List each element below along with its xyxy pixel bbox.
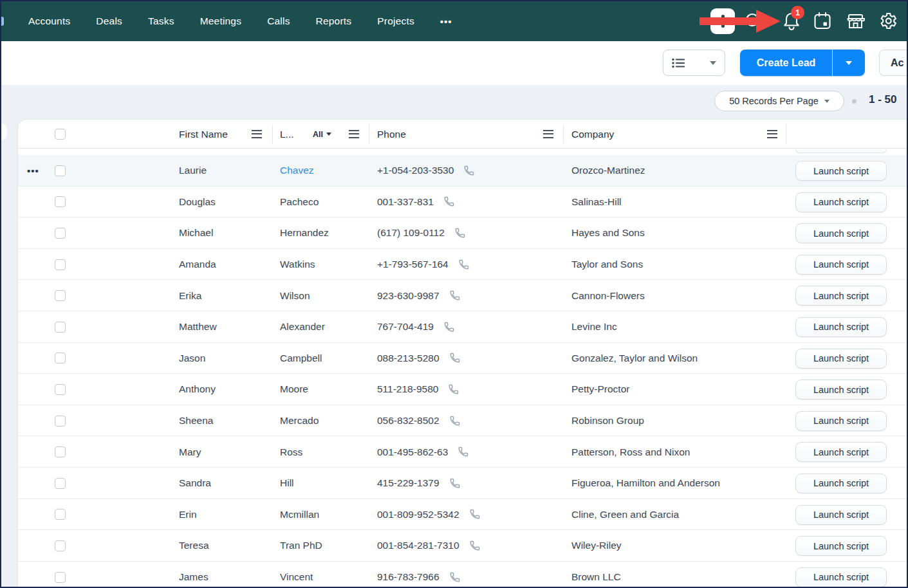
first-name-header[interactable]: First Name [179,120,228,149]
last-name-column-menu-icon[interactable] [349,130,359,138]
call-phone-icon[interactable] [457,446,469,458]
last-name-text[interactable]: Campbell [280,353,322,364]
tab-reports[interactable]: Reports [316,15,352,27]
launch-script-button[interactable]: Launch script [795,192,887,212]
column-divider [786,125,786,143]
last-name-text[interactable]: Watkins [280,259,315,270]
launch-script-button[interactable]: Launch script [795,380,887,400]
launch-script-button[interactable]: Launch script [795,255,887,275]
row-checkbox[interactable] [55,572,66,583]
cell-last-name: Hill [280,468,294,499]
select-all-checkbox[interactable] [55,129,66,140]
cell-first-name: Erika [179,280,201,311]
last-name-text[interactable]: Mcmillan [280,509,319,520]
row-options-button[interactable]: ••• [27,155,39,187]
tab-tasks[interactable]: Tasks [148,15,174,27]
cell-last-name: Chavez [280,155,314,187]
row-checkbox[interactable] [55,228,66,239]
call-phone-icon[interactable] [458,259,470,271]
call-phone-icon[interactable] [468,508,481,520]
last-name-text[interactable]: Chavez [280,165,314,176]
cell-company: Hayes and Sons [571,217,645,249]
launch-script-button[interactable]: Launch script [795,473,887,493]
launch-script-button[interactable]: Launch script [795,442,887,462]
launch-script-button[interactable]: Launch script [795,317,887,337]
list-view-selector-button[interactable] [663,50,725,76]
call-phone-icon[interactable] [449,477,461,490]
last-name-text[interactable]: Tran PhD [280,540,322,551]
cell-last-name: Hernandez [280,217,329,249]
row-checkbox[interactable] [55,353,66,363]
cell-last-name: Pacheco [280,187,319,218]
call-phone-icon[interactable] [449,571,461,583]
notification-count-badge[interactable]: 1 [791,6,804,19]
call-phone-icon[interactable] [443,321,455,333]
first-name-column-menu-icon[interactable] [252,130,262,138]
row-checkbox[interactable] [55,322,66,333]
call-phone-icon[interactable] [449,415,461,427]
last-name-text[interactable]: Wilson [280,290,310,302]
create-lead-dropdown-button[interactable] [832,50,865,76]
last-name-text[interactable]: Alexander [280,321,325,333]
last-name-text[interactable]: Mercado [280,415,319,427]
tab-accounts[interactable]: Accounts [28,15,70,27]
last-name-header[interactable]: L... [280,120,294,149]
create-lead-split-button: Create Lead [740,50,865,76]
last-name-filter-dropdown[interactable]: All [313,120,331,149]
settings-gear-icon[interactable] [878,11,898,31]
phone-header[interactable]: Phone [377,120,406,149]
launch-script-button[interactable]: Launch script [795,286,887,306]
call-phone-icon[interactable] [468,540,481,552]
launch-script-button[interactable]: Launch script [795,567,887,587]
phone-column-menu-icon[interactable] [543,130,553,138]
row-checkbox[interactable] [55,509,66,520]
call-phone-icon[interactable] [463,165,475,177]
create-lead-button[interactable]: Create Lead [740,50,832,76]
cell-first-name: Jason [179,343,205,374]
company-column-menu-icon[interactable] [767,130,777,138]
tab-deals[interactable]: Deals [96,15,122,27]
last-name-text[interactable]: Hernandez [280,227,329,239]
pagination-dot [852,99,857,104]
row-checkbox[interactable] [55,259,66,270]
marketplace-store-icon[interactable] [846,12,865,30]
company-header[interactable]: Company [571,120,614,149]
last-name-text[interactable]: Vincent [280,571,313,583]
tab-meetings[interactable]: Meetings [200,15,242,27]
row-checkbox[interactable] [55,416,66,427]
last-name-text[interactable]: Ross [280,446,302,458]
actions-button-clipped[interactable]: Ac [879,50,908,76]
launch-script-button[interactable]: Launch script [795,223,887,243]
call-phone-icon[interactable] [447,383,459,396]
call-phone-icon[interactable] [449,289,461,302]
records-per-page-dropdown[interactable]: 50 Records Per Page [714,91,844,111]
table-row: ••• Mary Ross 001-495-862-63 Patterson, … [18,436,908,468]
call-phone-icon[interactable] [454,227,466,239]
last-name-text[interactable]: Pacheco [280,196,319,208]
launch-script-button[interactable]: Launch script [795,411,887,431]
tab-projects[interactable]: Projects [377,15,414,27]
table-row: ••• Teresa Tran PhD 001-854-281-7310 Wil… [18,530,908,562]
tabs-more-button[interactable]: ••• [440,16,452,27]
call-phone-icon[interactable] [449,352,461,364]
row-checkbox[interactable] [55,290,66,301]
row-checkbox[interactable] [55,165,66,176]
row-checkbox[interactable] [55,384,66,395]
table-row: ••• James Vincent 916-783-7966 Brown LLC… [18,562,908,588]
call-phone-icon[interactable] [443,196,455,208]
table-row: ••• Laurie Chavez +1-054-203-3530 Orozco… [18,155,908,187]
caret-down-icon [326,133,331,136]
calendar-icon[interactable] [813,12,831,30]
row-checkbox[interactable] [55,196,66,207]
row-checkbox[interactable] [55,540,66,551]
launch-script-button[interactable]: Launch script [795,536,887,556]
last-name-text[interactable]: Moore [280,383,308,395]
row-checkbox[interactable] [55,446,66,457]
launch-script-button[interactable]: Launch script [795,505,887,525]
launch-script-button[interactable]: Launch script [795,349,887,369]
tab-calls[interactable]: Calls [267,15,290,27]
row-checkbox[interactable] [55,478,66,489]
last-name-text[interactable]: Hill [280,477,294,489]
chevron-down-icon [824,100,829,103]
launch-script-button[interactable]: Launch script [795,161,887,181]
